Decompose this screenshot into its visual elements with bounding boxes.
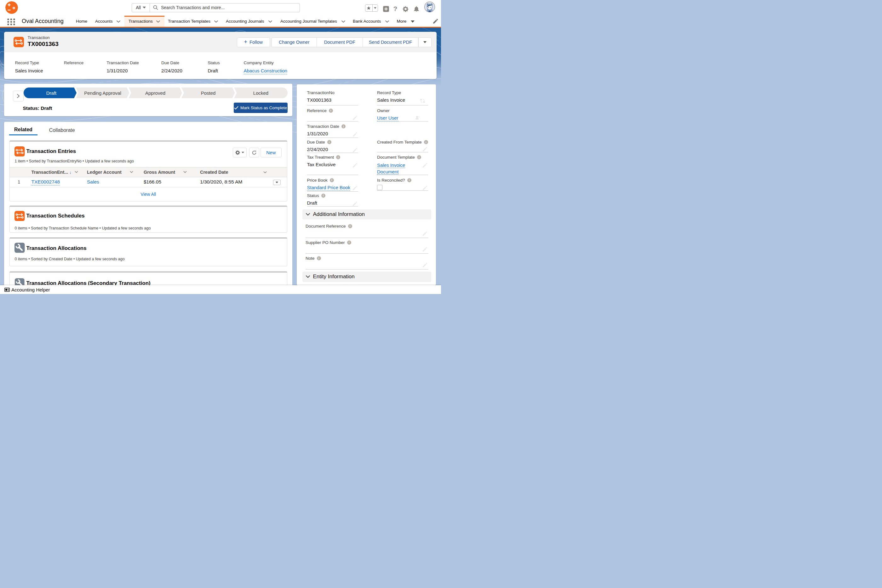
svg-text:Locked: Locked [253, 90, 268, 95]
svg-text:Approved: Approved [145, 90, 165, 95]
svg-text:Posted: Posted [201, 90, 215, 95]
svg-text:Draft: Draft [46, 90, 56, 95]
svg-text:Pending Approval: Pending Approval [84, 90, 121, 95]
